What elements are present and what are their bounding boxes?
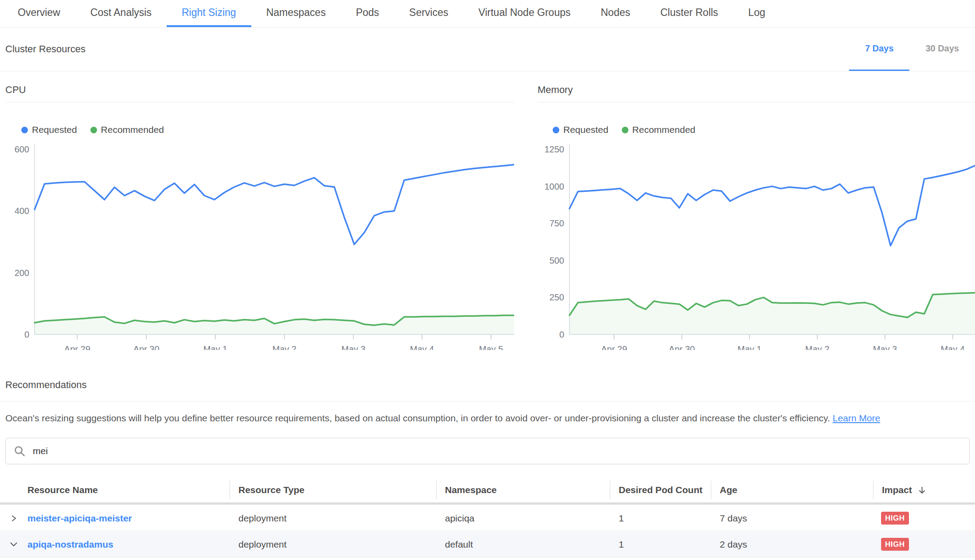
chevron-right-icon — [10, 515, 17, 522]
svg-text:Apr 30: Apr 30 — [669, 344, 695, 350]
memory-chart-header: Memory — [538, 84, 975, 102]
memory-chart: 025050075010001250Apr 29Apr 30May 1May 2… — [538, 142, 975, 350]
tab-overview[interactable]: Overview — [3, 0, 75, 27]
expand-row-button[interactable] — [0, 515, 27, 522]
svg-text:May 1: May 1 — [737, 344, 761, 350]
svg-text:250: 250 — [550, 292, 564, 302]
svg-text:1250: 1250 — [545, 144, 565, 154]
age-cell: 7 days — [711, 513, 873, 524]
column-header-impact[interactable]: Impact — [873, 485, 975, 495]
legend-recommended-label: Recommended — [632, 124, 695, 135]
impact-header-label: Impact — [882, 485, 912, 495]
namespace-cell: default — [436, 539, 610, 550]
svg-text:May 4: May 4 — [940, 344, 964, 350]
svg-text:May 1: May 1 — [203, 344, 227, 350]
impact-cell: HIGH — [873, 538, 975, 551]
search-icon — [14, 445, 26, 457]
impact-cell: HIGH — [873, 512, 975, 525]
legend-item-requested: Requested — [21, 124, 77, 135]
recommendations-divider — [0, 401, 975, 401]
tab-nodes[interactable]: Nodes — [586, 0, 645, 27]
tab-cluster-rolls[interactable]: Cluster Rolls — [645, 0, 733, 27]
table-header-divider-band — [0, 502, 975, 505]
search-input[interactable] — [33, 446, 961, 456]
resource-type-cell: deployment — [230, 539, 436, 550]
svg-text:500: 500 — [550, 256, 564, 265]
recommendations-title: Recommendations — [5, 379, 86, 391]
tab-cost-analysis[interactable]: Cost Analysis — [75, 0, 167, 27]
column-header-age[interactable]: Age — [711, 485, 873, 495]
legend-item-recommended: Recommended — [90, 124, 164, 135]
cpu-chart-header: CPU — [5, 84, 514, 102]
tab-namespaces[interactable]: Namespaces — [251, 0, 341, 27]
svg-text:0: 0 — [24, 330, 29, 339]
resource-name-link[interactable]: meister-apiciqa-meister — [27, 513, 132, 523]
resource-type-cell: deployment — [230, 513, 436, 524]
resource-name-link[interactable]: apiqa-nostradamus — [27, 539, 113, 549]
collapse-row-button[interactable] — [0, 541, 27, 548]
range-tab-7-days[interactable]: 7 Days — [849, 27, 910, 71]
tab-log[interactable]: Log — [733, 0, 780, 27]
table-row[interactable]: apiqa-nostradamus deployment default 1 2… — [0, 532, 975, 557]
cluster-resources-header: Cluster Resources 7 Days 30 Days — [0, 27, 975, 71]
table-row[interactable]: meister-apiciqa-meister deployment apici… — [0, 506, 975, 531]
recommended-dot-icon — [90, 127, 97, 133]
svg-text:200: 200 — [15, 268, 29, 278]
cluster-resources-title: Cluster Resources — [5, 43, 86, 55]
legend-item-requested: Requested — [553, 124, 608, 135]
cpu-chart-legend: Requested Recommended — [21, 124, 164, 135]
legend-recommended-label: Recommended — [101, 124, 164, 135]
svg-text:May 4: May 4 — [410, 344, 434, 350]
svg-text:May 2: May 2 — [805, 344, 829, 350]
requested-dot-icon — [21, 127, 28, 133]
legend-item-recommended: Recommended — [622, 124, 695, 135]
desired-pod-count-cell: 1 — [610, 539, 711, 550]
recommended-dot-icon — [622, 127, 628, 133]
learn-more-link[interactable]: Learn More — [833, 413, 880, 423]
column-header-resource-type[interactable]: Resource Type — [230, 485, 436, 495]
column-header-desired-pod-count[interactable]: Desired Pod Count — [610, 485, 711, 495]
recommendations-description-text: Ocean's resizing suggestions will help y… — [5, 413, 830, 423]
tab-virtual-node-groups[interactable]: Virtual Node Groups — [464, 0, 586, 27]
age-cell: 2 days — [711, 539, 873, 550]
table-header-row: Resource Name Resource Type Namespace De… — [0, 478, 975, 502]
cpu-chart-title: CPU — [5, 84, 514, 96]
legend-requested-label: Requested — [32, 124, 77, 135]
svg-text:400: 400 — [15, 206, 29, 216]
svg-text:May 5: May 5 — [479, 344, 503, 350]
resource-search-box[interactable] — [5, 438, 970, 464]
legend-requested-label: Requested — [563, 124, 608, 135]
svg-text:1000: 1000 — [545, 182, 565, 191]
tab-pods[interactable]: Pods — [341, 0, 394, 27]
memory-chart-legend: Requested Recommended — [553, 124, 695, 135]
recommendations-description: Ocean's resizing suggestions will help y… — [5, 413, 880, 424]
tab-right-sizing[interactable]: Right Sizing — [167, 0, 251, 27]
namespace-cell: apiciqa — [436, 513, 610, 524]
column-header-namespace[interactable]: Namespace — [436, 485, 610, 495]
requested-dot-icon — [553, 127, 559, 133]
impact-high-badge: HIGH — [881, 538, 909, 551]
svg-text:May 3: May 3 — [873, 344, 897, 350]
column-header-resource-name[interactable]: Resource Name — [27, 485, 230, 495]
svg-text:0: 0 — [559, 330, 564, 339]
svg-text:600: 600 — [15, 144, 29, 154]
top-tab-bar: Overview Cost Analysis Right Sizing Name… — [0, 0, 975, 27]
memory-chart-title: Memory — [538, 84, 975, 96]
chevron-down-icon — [10, 541, 18, 548]
time-range-switch: 7 Days 30 Days — [849, 27, 975, 71]
svg-text:Apr 29: Apr 29 — [64, 344, 90, 350]
cpu-chart: 0200400600Apr 29Apr 30May 1May 2May 3May… — [6, 142, 514, 350]
svg-text:May 2: May 2 — [272, 344, 296, 350]
desired-pod-count-cell: 1 — [610, 513, 711, 524]
sort-desc-arrow-icon[interactable] — [918, 486, 926, 494]
range-tab-30-days[interactable]: 30 Days — [909, 27, 975, 71]
svg-text:Apr 29: Apr 29 — [601, 344, 627, 350]
tab-services[interactable]: Services — [394, 0, 463, 27]
impact-high-badge: HIGH — [881, 512, 909, 525]
right-sizing-page: Overview Cost Analysis Right Sizing Name… — [0, 0, 975, 560]
svg-text:750: 750 — [550, 218, 564, 228]
svg-text:Apr 30: Apr 30 — [133, 344, 160, 350]
svg-text:May 3: May 3 — [341, 344, 365, 350]
